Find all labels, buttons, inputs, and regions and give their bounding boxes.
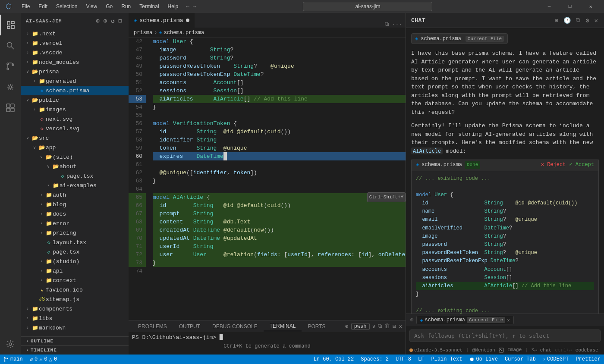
tab-problems[interactable]: PROBLEMS bbox=[132, 322, 173, 331]
outline-section[interactable]: › OUTLINE bbox=[21, 336, 129, 345]
spaces[interactable]: Spaces: 2 bbox=[357, 355, 392, 364]
code-area[interactable]: 42 47 48 49 50 51 52 53 54 55 56 57 58 5… bbox=[129, 38, 406, 320]
reject-button[interactable]: ✕ Reject bbox=[541, 161, 566, 169]
new-file-icon[interactable]: ⊕ bbox=[95, 16, 101, 25]
menu-terminal[interactable]: Terminal bbox=[135, 0, 163, 13]
maximize-button[interactable]: □ bbox=[560, 0, 580, 13]
chat-expand-icon[interactable]: ⧉ bbox=[575, 16, 581, 25]
sync-status[interactable]: ↺ 0 ⚠ 0 △ 0 bbox=[26, 355, 60, 364]
tab-schema-prisma[interactable]: ◈ schema.prisma bbox=[129, 13, 195, 28]
line-ending[interactable]: LF bbox=[415, 355, 428, 364]
sidebar-item-site[interactable]: ∨ 📂 (site) bbox=[21, 152, 129, 162]
maximize-terminal-icon[interactable]: ⊟ bbox=[393, 323, 396, 330]
close-button[interactable]: ✕ bbox=[581, 0, 601, 13]
close-terminal-icon[interactable]: ✕ bbox=[399, 323, 402, 330]
sidebar-item-prisma[interactable]: ∨ 📂 prisma bbox=[21, 67, 129, 76]
sidebar-item-vercel-svg[interactable]: ◇ vercel.svg bbox=[21, 124, 129, 133]
sidebar-item-error[interactable]: › 📁 error bbox=[21, 219, 129, 228]
global-search[interactable]: ai-saas-jim bbox=[303, 2, 432, 11]
sidebar-item-app[interactable]: ∨ 📂 app bbox=[21, 143, 129, 152]
sidebar-item-auth[interactable]: › 📁 auth bbox=[21, 190, 129, 200]
activity-debug[interactable] bbox=[0, 77, 21, 97]
codegpt[interactable]: ⚡ CODEGPT bbox=[539, 355, 572, 364]
breadcrumb-prisma[interactable]: prisma bbox=[134, 30, 152, 36]
ln-col[interactable]: Ln 60, Col 22 bbox=[310, 355, 358, 364]
activity-settings[interactable] bbox=[0, 334, 21, 355]
activity-search[interactable] bbox=[0, 35, 21, 56]
sidebar-item-next[interactable]: › 📁 .next bbox=[21, 29, 129, 38]
sidebar-item-context[interactable]: › 📁 context bbox=[21, 276, 129, 285]
sidebar-item-schema-prisma[interactable]: ◈ schema.prisma bbox=[21, 86, 129, 95]
mention-button[interactable]: @Mention bbox=[472, 348, 495, 353]
tab-debug-console[interactable]: DEBUG CONSOLE bbox=[206, 322, 264, 331]
sidebar-item-libs[interactable]: › 📁 libs bbox=[21, 314, 129, 323]
remove-file-context-icon[interactable]: ✕ bbox=[507, 317, 510, 323]
tab-output[interactable]: OUTPUT bbox=[173, 322, 206, 331]
chat-body[interactable]: ◈ schema.prisma Current File I have this… bbox=[406, 28, 604, 314]
prettier[interactable]: Prettier bbox=[572, 355, 604, 364]
activity-extensions[interactable] bbox=[0, 97, 21, 118]
sidebar-item-markdown[interactable]: › 📁 markdown bbox=[21, 323, 129, 333]
tab-ports[interactable]: PORTS bbox=[302, 322, 331, 331]
menu-run[interactable]: Run bbox=[117, 0, 135, 13]
sidebar-item-pricing[interactable]: › 📁 pricing bbox=[21, 228, 129, 238]
sidebar-item-about[interactable]: ∨ 📂 about bbox=[21, 162, 129, 171]
collapse-all-icon[interactable]: ⊟ bbox=[118, 16, 123, 25]
new-terminal-icon[interactable]: ⊕ bbox=[345, 323, 349, 330]
image-button[interactable]: Image bbox=[499, 347, 522, 352]
new-chat-icon[interactable]: ⊕ bbox=[554, 16, 559, 25]
sidebar-item-favicon[interactable]: ★ favicon.ico bbox=[21, 285, 129, 295]
activity-explorer[interactable] bbox=[0, 15, 21, 35]
code-lines[interactable]: model User { image String? password Stri… bbox=[149, 38, 406, 320]
chat-input[interactable] bbox=[409, 329, 601, 342]
go-live[interactable]: ⏺ Go Live bbox=[466, 355, 501, 364]
chat-settings-icon[interactable]: ⚙ bbox=[585, 16, 590, 25]
chat-history-icon[interactable]: 🕐 bbox=[563, 16, 572, 25]
sidebar-item-docs[interactable]: › 📁 docs bbox=[21, 209, 129, 219]
add-context-icon[interactable]: ⊕ bbox=[409, 316, 415, 324]
sidebar-item-next-svg[interactable]: ◇ next.svg bbox=[21, 114, 129, 124]
nav-back[interactable]: ← bbox=[186, 3, 189, 10]
encoding[interactable]: UTF-8 bbox=[392, 355, 415, 364]
sidebar-item-src[interactable]: ∨ 📂 src bbox=[21, 133, 129, 143]
chat-close-icon[interactable]: ✕ bbox=[594, 16, 599, 25]
sidebar-item-app-page[interactable]: ◇ page.tsx bbox=[21, 247, 129, 257]
tab-more-actions[interactable]: ⧉ ··· bbox=[381, 21, 406, 28]
kill-terminal-icon[interactable]: 🗑 bbox=[384, 323, 390, 329]
model-selector[interactable]: claude-3.5-sonnet bbox=[409, 348, 462, 353]
activity-git[interactable] bbox=[0, 56, 21, 77]
language-mode[interactable]: Plain Text bbox=[428, 355, 466, 364]
tab-terminal[interactable]: TERMINAL bbox=[264, 321, 302, 331]
nav-forward[interactable]: → bbox=[193, 3, 196, 10]
sidebar-item-blog[interactable]: › 📁 blog bbox=[21, 200, 129, 209]
timeline-section[interactable]: › TIMELINE bbox=[21, 345, 129, 355]
sidebar-item-public[interactable]: ∨ 📂 public bbox=[21, 95, 129, 105]
sidebar-item-node-modules[interactable]: › 📁 node_modules bbox=[21, 57, 129, 67]
menu-file[interactable]: File bbox=[17, 0, 34, 13]
accept-button[interactable]: ✓ Accept bbox=[569, 161, 594, 169]
breadcrumb-file[interactable]: ◈ bbox=[159, 29, 162, 36]
new-folder-icon[interactable]: ⊕ bbox=[103, 16, 108, 25]
menu-edit[interactable]: Edit bbox=[34, 0, 52, 13]
menu-selection[interactable]: Selection bbox=[52, 0, 82, 13]
sidebar-item-images[interactable]: › 📁 images bbox=[21, 105, 129, 114]
split-editor-icon[interactable]: ⧉ bbox=[385, 21, 389, 28]
breadcrumb-filename[interactable]: schema.prisma bbox=[164, 30, 204, 36]
sidebar-item-vscode[interactable]: › 📁 .vscode bbox=[21, 48, 129, 57]
terminal-dropdown-icon[interactable]: ∨ bbox=[372, 323, 376, 330]
sidebar-item-generated[interactable]: › 📁 generated bbox=[21, 76, 129, 86]
sidebar-item-components[interactable]: › 📁 components bbox=[21, 304, 129, 314]
menu-help[interactable]: Help bbox=[164, 0, 183, 13]
sidebar-item-vercel[interactable]: › 📁 .vercel bbox=[21, 38, 129, 48]
menu-go[interactable]: Go bbox=[101, 0, 117, 13]
chat-mode-button[interactable]: ⌥↵ chat bbox=[532, 347, 551, 353]
menu-view[interactable]: View bbox=[82, 0, 101, 13]
sidebar-item-about-page[interactable]: ◇ page.tsx bbox=[21, 171, 129, 181]
split-terminal-icon[interactable]: ⧉ bbox=[378, 323, 382, 329]
sidebar-item-ai-examples[interactable]: › 📁 ai-examples bbox=[21, 181, 129, 190]
minimize-button[interactable]: ─ bbox=[539, 0, 559, 13]
sidebar-item-layout[interactable]: ◇ layout.tsx bbox=[21, 238, 129, 247]
sidebar-item-sitemap[interactable]: JS sitemap.js bbox=[21, 295, 129, 304]
codebase-button[interactable]: codebase bbox=[576, 348, 598, 353]
sidebar-item-api[interactable]: › 📁 api bbox=[21, 266, 129, 276]
